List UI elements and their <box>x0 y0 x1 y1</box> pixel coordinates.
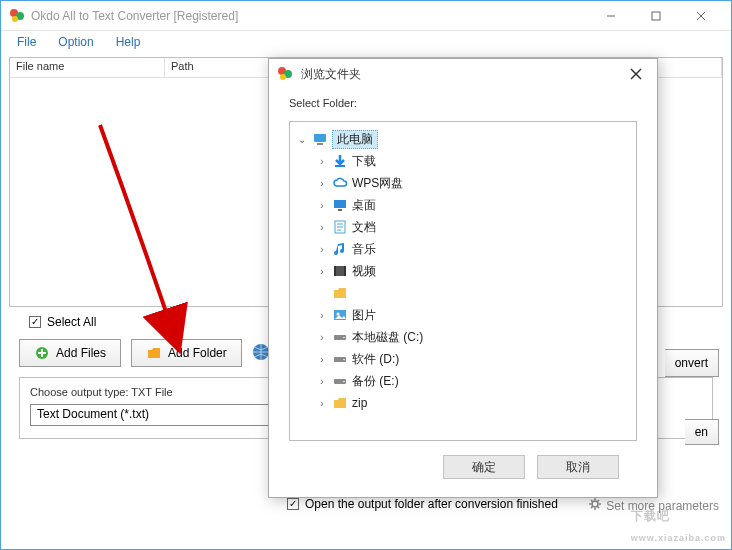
tree-node[interactable]: ›本地磁盘 (C:) <box>294 326 632 348</box>
tree-node-label: 桌面 <box>352 197 376 214</box>
svg-point-9 <box>592 501 598 507</box>
dialog-buttons: 确定 取消 <box>289 441 637 493</box>
picture-icon <box>332 307 348 323</box>
gear-icon <box>588 497 602 514</box>
minimize-button[interactable] <box>588 1 633 30</box>
browse-folder-dialog: 浏览文件夹 Select Folder: ⌄此电脑›下载›WPS网盘›桌面›文档… <box>268 58 658 498</box>
chevron-right-icon[interactable]: › <box>316 200 328 211</box>
dialog-app-icon <box>277 66 293 82</box>
tree-node[interactable]: ›音乐 <box>294 238 632 260</box>
add-folder-button[interactable]: Add Folder <box>131 339 242 367</box>
folder-icon <box>332 395 348 411</box>
open-output-folder-checkbox[interactable] <box>287 498 299 510</box>
window-title: Okdo All to Text Converter [Registered] <box>31 9 588 23</box>
svg-rect-25 <box>334 266 336 276</box>
tree-node-label: zip <box>352 396 367 410</box>
open-output-folder-row: Open the output folder after conversion … <box>287 497 558 511</box>
titlebar: Okdo All to Text Converter [Registered] <box>1 1 731 31</box>
dialog-title: 浏览文件夹 <box>301 66 623 83</box>
folder-icon <box>146 345 162 361</box>
svg-point-30 <box>343 337 345 339</box>
select-all-checkbox[interactable] <box>29 316 41 328</box>
tree-node-label: 此电脑 <box>332 130 378 149</box>
tree-node[interactable]: ›软件 (D:) <box>294 348 632 370</box>
tree-node[interactable]: ›zip <box>294 392 632 414</box>
download-icon <box>332 153 348 169</box>
tree-node-label: 文档 <box>352 219 376 236</box>
set-more-parameters-link[interactable]: Set more parameters <box>588 497 719 514</box>
add-folder-label: Add Folder <box>168 346 227 360</box>
folder-icon <box>332 285 348 301</box>
tree-node[interactable]: ›下载 <box>294 150 632 172</box>
drive-icon <box>332 351 348 367</box>
open-output-folder-label: Open the output folder after conversion … <box>305 497 558 511</box>
video-icon <box>332 263 348 279</box>
convert-button-fragment[interactable]: onvert <box>665 349 719 377</box>
svg-rect-16 <box>317 143 323 145</box>
app-icon <box>9 8 25 24</box>
maximize-button[interactable] <box>633 1 678 30</box>
tree-node-label: 音乐 <box>352 241 376 258</box>
tree-node-label: 软件 (D:) <box>352 351 399 368</box>
music-icon <box>332 241 348 257</box>
chevron-right-icon[interactable]: › <box>316 376 328 387</box>
dialog-heading: Select Folder: <box>289 97 637 109</box>
tree-node-label: 下载 <box>352 153 376 170</box>
chevron-right-icon[interactable]: › <box>316 354 328 365</box>
svg-rect-26 <box>344 266 346 276</box>
select-all-label: Select All <box>47 315 96 329</box>
svg-point-2 <box>12 16 18 22</box>
add-files-button[interactable]: Add Files <box>19 339 121 367</box>
dialog-titlebar: 浏览文件夹 <box>269 59 657 89</box>
document-icon <box>332 219 348 235</box>
svg-rect-15 <box>314 134 326 142</box>
drive-icon <box>332 329 348 345</box>
add-files-label: Add Files <box>56 346 106 360</box>
drive-icon <box>332 373 348 389</box>
col-filename-header[interactable]: File name <box>10 58 165 77</box>
menu-help[interactable]: Help <box>106 33 151 51</box>
chevron-down-icon[interactable]: ⌄ <box>296 134 308 145</box>
desktop-icon <box>332 197 348 213</box>
tree-node[interactable]: ›图片 <box>294 304 632 326</box>
svg-point-12 <box>280 74 286 80</box>
svg-rect-18 <box>334 200 346 208</box>
chevron-right-icon[interactable]: › <box>316 244 328 255</box>
chevron-right-icon[interactable]: › <box>316 332 328 343</box>
tree-node-label: WPS网盘 <box>352 175 403 192</box>
menu-option[interactable]: Option <box>48 33 103 51</box>
chevron-right-icon[interactable]: › <box>316 222 328 233</box>
chevron-right-icon[interactable]: › <box>316 156 328 167</box>
folder-tree[interactable]: ⌄此电脑›下载›WPS网盘›桌面›文档›音乐›视频›图片›本地磁盘 (C:)›软… <box>289 121 637 441</box>
output-type-value: Text Document (*.txt) <box>37 407 149 421</box>
tree-node[interactable] <box>294 282 632 304</box>
chevron-right-icon[interactable]: › <box>316 310 328 321</box>
menu-file[interactable]: File <box>7 33 46 51</box>
tree-node-label: 视频 <box>352 263 376 280</box>
dialog-body: Select Folder: ⌄此电脑›下载›WPS网盘›桌面›文档›音乐›视频… <box>269 89 657 497</box>
plus-icon <box>34 345 50 361</box>
tree-node[interactable]: ›备份 (E:) <box>294 370 632 392</box>
open-button-fragment[interactable]: en <box>685 419 719 445</box>
tree-node[interactable]: ›文档 <box>294 216 632 238</box>
chevron-right-icon[interactable]: › <box>316 178 328 189</box>
tree-node[interactable]: ›WPS网盘 <box>294 172 632 194</box>
tree-node[interactable]: ›视频 <box>294 260 632 282</box>
tree-node[interactable]: ›桌面 <box>294 194 632 216</box>
svg-rect-4 <box>652 12 660 20</box>
cloud-icon <box>332 175 348 191</box>
svg-point-34 <box>343 381 345 383</box>
tree-node-label: 图片 <box>352 307 376 324</box>
tree-node-label: 本地磁盘 (C:) <box>352 329 423 346</box>
chevron-right-icon[interactable]: › <box>316 398 328 409</box>
tree-node[interactable]: ⌄此电脑 <box>294 128 632 150</box>
dialog-cancel-button[interactable]: 取消 <box>537 455 619 479</box>
window-controls <box>588 1 723 30</box>
dialog-close-button[interactable] <box>623 61 649 87</box>
output-type-select[interactable]: Text Document (*.txt) <box>30 404 270 426</box>
dialog-ok-button[interactable]: 确定 <box>443 455 525 479</box>
close-button[interactable] <box>678 1 723 30</box>
svg-point-32 <box>343 359 345 361</box>
tree-node-label: 备份 (E:) <box>352 373 399 390</box>
chevron-right-icon[interactable]: › <box>316 266 328 277</box>
